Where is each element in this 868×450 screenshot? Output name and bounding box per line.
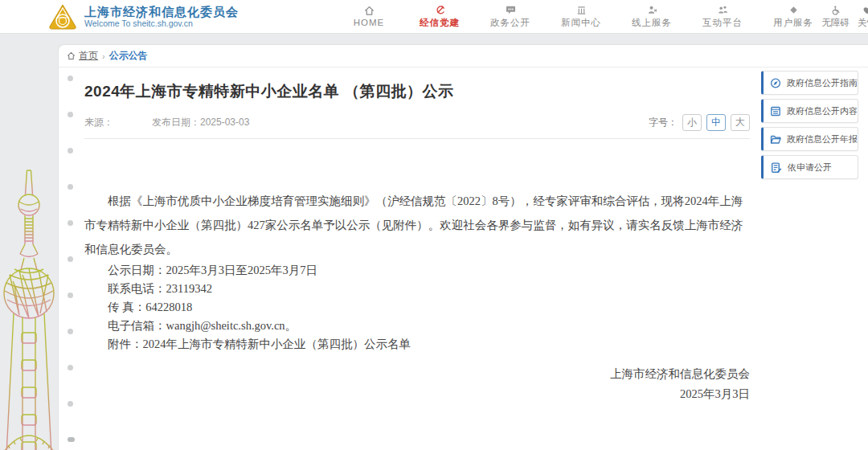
article: 2024年上海市专精特新中小企业名单 （第四批）公示 来源： 发布日期：2025…	[84, 81, 750, 450]
nav-item-party[interactable]: 经信党建	[404, 5, 475, 29]
site-header: 上海市经济和信息化委员会 Welcome To sheitc.sh.gov.cn…	[0, 0, 868, 34]
accessibility-mode-link[interactable]: 无障碍	[822, 6, 850, 29]
sidebar-item-label: 政府信息公开内容	[787, 105, 858, 117]
document-list-icon	[770, 105, 781, 117]
folder-icon	[770, 133, 781, 145]
sidebar-item-label: 政府信息公开指南	[787, 77, 858, 89]
speech-bubble-icon	[506, 5, 516, 15]
publish-date: 发布日期：2025-03-03	[152, 116, 249, 129]
wheelchair-icon	[831, 6, 841, 15]
content-panel: 首页 › 公示公告 2024年上海市专精特新中小企业名单 （第四批）公示 来源：…	[58, 44, 868, 450]
site-title: 上海市经济和信息化委员会	[84, 5, 239, 18]
decorative-dot	[68, 292, 73, 298]
nav-label: 线上服务	[632, 17, 672, 29]
info-line-dates: 公示日期：2025年3月3日至2025年3月7日	[84, 261, 750, 280]
site-subtitle: Welcome To sheitc.sh.gov.cn	[84, 18, 239, 28]
decorative-dot	[68, 148, 73, 153]
sidebar-item-label: 政府信息公开年报	[787, 133, 858, 145]
nav-label: 经信党建	[420, 17, 460, 29]
nav-label: 新闻中心	[561, 17, 601, 29]
diamond-icon	[788, 5, 799, 15]
fontsize-widget: 字号： 小 中 大	[649, 114, 750, 131]
nav-label: 政务公开	[490, 17, 530, 29]
sidebar-item-gov-info-content[interactable]: 政府信息公开内容	[761, 99, 858, 123]
care-label: 关怀	[858, 17, 868, 29]
person-desk-icon	[647, 5, 657, 15]
fontsize-large-button[interactable]: 大	[731, 114, 750, 131]
decorative-dot	[68, 401, 73, 407]
accessibility-label: 无障碍	[822, 17, 850, 29]
signature-org: 上海市经济和信息化委员会	[84, 364, 750, 384]
quick-links-sidebar: 政府信息公开指南 政府信息公开内容 政府信息公开年报 依申请公开	[761, 71, 858, 179]
decorative-dot	[68, 256, 73, 262]
decorative-dot	[68, 220, 73, 226]
people-icon	[718, 5, 728, 15]
news-building-icon	[576, 5, 587, 15]
home-icon	[364, 6, 375, 16]
decorative-dot	[68, 437, 75, 442]
decorative-dot	[68, 76, 73, 81]
fontsize-label: 字号：	[649, 116, 678, 129]
sidebar-item-label: 依申请公开	[788, 162, 832, 174]
decorative-dot	[68, 329, 73, 334]
info-line-email: 电子信箱：wangjh@sheitc.sh.gov.cn。	[84, 317, 750, 335]
site-logo-block[interactable]: 上海市经济和信息化委员会 Welcome To sheitc.sh.gov.cn	[48, 3, 239, 31]
decorative-dot	[68, 112, 73, 117]
breadcrumb-separator: ›	[102, 51, 105, 61]
nav-item-online-service[interactable]: 线上服务	[616, 5, 687, 29]
info-line-attachment: 附件：2024年上海市专精特新中小企业（第四批）公示名单	[84, 335, 750, 354]
main-nav: HOME 经信党建 政务公开 新闻中心 线上服务	[334, 5, 829, 29]
decorative-dot	[68, 184, 73, 190]
accessibility-links: 无障碍 关怀	[822, 0, 868, 34]
nav-item-gov-info[interactable]: 政务公开	[475, 5, 546, 29]
nav-label: 互动平台	[702, 17, 743, 29]
breadcrumb-current[interactable]: 公示公告	[109, 49, 148, 63]
party-icon	[435, 5, 445, 15]
nav-label: 用户服务	[773, 17, 813, 29]
page-title: 2024年上海市专精特新中小企业名单 （第四批）公示	[84, 81, 750, 102]
site-logo-icon	[48, 3, 77, 31]
binding-dots	[68, 76, 75, 442]
info-line-phone: 联系电话：23119342	[84, 280, 750, 298]
pearl-tower-illustration	[0, 133, 58, 450]
compass-pen-icon	[770, 77, 781, 89]
info-line-fax: 传 真：64228018	[84, 298, 750, 317]
nav-item-home[interactable]: HOME	[334, 5, 404, 29]
left-decoration-strip	[0, 34, 58, 450]
fontsize-medium-button[interactable]: 中	[706, 114, 726, 131]
site-titles: 上海市经济和信息化委员会 Welcome To sheitc.sh.gov.cn	[84, 5, 239, 28]
breadcrumb-home-link[interactable]: 首页	[67, 49, 98, 63]
decorative-dot	[68, 365, 73, 370]
signature-block: 上海市经济和信息化委员会 2025年3月3日	[84, 364, 750, 404]
nav-label: HOME	[354, 18, 385, 27]
page-body: 首页 › 公示公告 2024年上海市专精特新中小企业名单 （第四批）公示 来源：…	[0, 34, 868, 450]
breadcrumb: 首页 › 公示公告	[59, 45, 868, 68]
source-label: 来源：	[84, 116, 113, 129]
signature-date: 2025年3月3日	[84, 384, 750, 404]
fontsize-small-button[interactable]: 小	[682, 114, 702, 131]
nav-item-user-services[interactable]: 用户服务	[758, 5, 829, 29]
sidebar-item-request-disclosure[interactable]: 依申请公开	[761, 155, 858, 179]
article-body: 根据《上海市优质中小企业梯度培育管理实施细则》（沪经信规范〔2022〕8号），经…	[84, 189, 750, 404]
sidebar-item-gov-info-guide[interactable]: 政府信息公开指南	[761, 71, 858, 95]
breadcrumb-home-label: 首页	[79, 49, 98, 63]
heart-icon	[862, 6, 868, 15]
clipboard-pen-icon	[770, 162, 782, 174]
home-icon	[67, 51, 76, 60]
article-meta-row: 来源： 发布日期：2025-03-03 字号： 小 中 大	[84, 114, 750, 139]
nav-item-interactive[interactable]: 互动平台	[687, 5, 758, 29]
sidebar-item-gov-info-annual-report[interactable]: 政府信息公开年报	[761, 127, 858, 151]
nav-item-news[interactable]: 新闻中心	[546, 5, 616, 29]
care-mode-link[interactable]: 关怀	[858, 6, 868, 29]
article-paragraph: 根据《上海市优质中小企业梯度培育管理实施细则》（沪经信规范〔2022〕8号），经…	[84, 189, 750, 261]
